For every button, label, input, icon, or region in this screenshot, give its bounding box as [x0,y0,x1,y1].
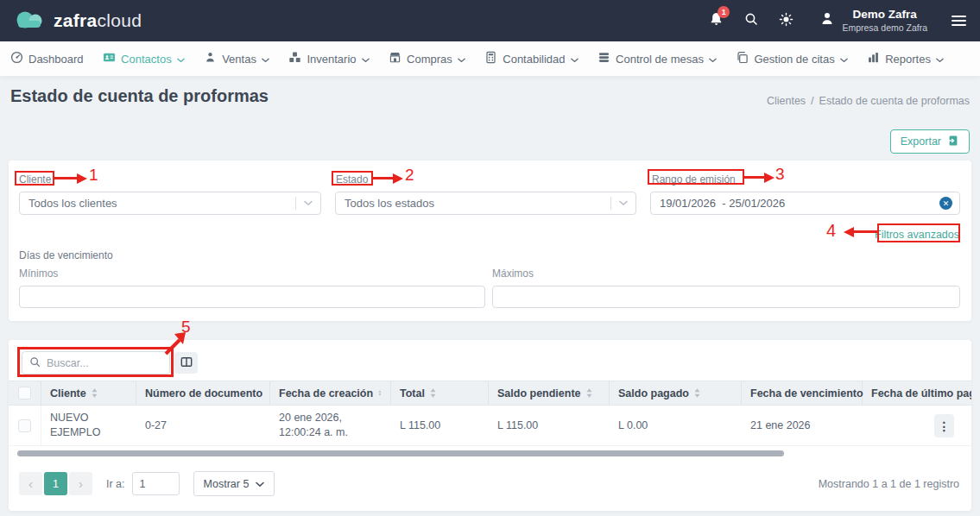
pagination: ‹ 1 › Ir a: Mostrar 5 [19,471,275,496]
row-checkbox[interactable] [18,419,31,432]
topbar: zafracloud 1 [0,0,980,41]
chevron-down-icon [177,53,185,66]
column-header-fecha-ultimo-pago[interactable]: Fecha de último pago [863,381,971,405]
search-icon [29,356,41,371]
nav-item-contabilidad[interactable]: Contabilidad [484,51,578,66]
maximos-input[interactable] [492,286,960,308]
column-toggle-button[interactable] [174,352,198,374]
breadcrumb-separator: / [811,95,813,107]
nav-item-compras[interactable]: Compras [389,51,465,66]
chevron-down-icon [840,53,848,66]
column-header-saldo-pagado[interactable]: Saldo pagado [610,381,742,405]
cell-fecha-creacion: 20 ene 2026, 12:00:24 a. m. [270,406,391,445]
maximos-label: Máximos [492,267,534,280]
sort-icon [378,388,382,398]
column-header-fecha-creacion[interactable]: Fecha de creación [270,381,391,405]
search-icon [744,12,758,29]
rango-emision-filter-label: Rango de emisión [652,173,736,186]
cliente-filter-label: Cliente [19,173,51,186]
nav-item-inventario[interactable]: Inventario [288,51,369,66]
chevron-down-icon [619,200,628,206]
breadcrumb-parent[interactable]: Clientes [767,95,806,107]
main-navigation: Dashboard Contactos Ventas Inventario [0,41,980,77]
user-avatar-icon [819,11,835,30]
date-range-field: ✕ [650,192,960,215]
chevron-down-icon [256,478,264,490]
nav-item-gestion-de-citas[interactable]: Gestion de citas [736,51,847,66]
column-header-total[interactable]: Total [391,381,489,405]
cell-numero-documento: 0-27 [136,406,270,445]
brand-logo[interactable]: zafracloud [14,8,142,34]
column-header-numero-documento[interactable]: Número de documento [136,381,270,405]
chevron-left-icon: ‹ [28,476,33,491]
chevron-down-icon [936,53,944,66]
purchases-icon [389,51,401,66]
prev-page-button[interactable]: ‹ [19,472,42,495]
column-header-fecha-vencimiento[interactable]: Fecha de vencimiento [742,381,863,405]
user-menu[interactable]: Demo Zafra Empresa demo Zafra [819,8,927,34]
chevron-down-icon [709,53,717,66]
select-all-checkbox[interactable] [18,387,31,400]
estado-select[interactable]: Todos los estados [335,192,636,215]
table-search-input[interactable] [47,357,162,369]
advanced-filters-link[interactable]: Filtros avanzados [875,229,959,241]
accounting-icon [484,51,497,66]
dias-vencimiento-label: Días de vencimiento [19,249,113,261]
sort-icon [694,388,700,398]
nav-item-dashboard[interactable]: Dashboard [10,51,84,66]
cloud-logo-icon [14,8,47,34]
next-page-button[interactable]: › [69,472,92,495]
results-panel: Cliente Número de documento Fecha de cre… [9,340,971,511]
row-actions-button[interactable]: ⋮ [934,414,954,437]
minimos-input[interactable] [19,286,485,308]
nav-item-control-de-mesas[interactable]: Control de mesas [597,51,717,66]
goto-page-label: Ir a: [106,478,125,490]
column-header-cliente[interactable]: Cliente [41,381,136,405]
date-range-input[interactable] [660,197,939,210]
nav-item-reportes[interactable]: Reportes [867,51,944,66]
chevron-down-icon [458,53,465,66]
search-button[interactable] [744,12,758,29]
results-summary: Mostrando 1 a 1 de 1 registro [819,478,959,490]
table-row[interactable]: NUEVO EJEMPLO 0-27 20 ene 2026, 12:00:24… [9,406,971,446]
estado-filter-label: Estado [336,173,368,186]
reports-icon [867,51,880,66]
nav-item-contactos[interactable]: Contactos [103,51,185,66]
cell-saldo-pendiente: L 115.00 [489,406,610,445]
appointments-icon [736,51,749,66]
page-number-button[interactable]: 1 [44,472,67,495]
cell-saldo-pagado: L 0.00 [610,406,742,445]
select-all-cell [9,381,41,405]
sales-icon [204,51,217,66]
nav-item-ventas[interactable]: Ventas [204,51,269,66]
chevron-down-icon [304,200,313,206]
brand-name: zafracloud [54,10,142,31]
notifications-button[interactable]: 1 [709,11,724,30]
minimos-label: Mínimos [19,267,58,280]
app-page: zafracloud 1 [0,0,980,516]
chevron-down-icon [362,53,370,66]
horizontal-scrollbar[interactable] [17,450,784,456]
table-search-field [22,351,170,374]
table-header-row: Cliente Número de documento Fecha de cre… [9,381,971,406]
cell-cliente: NUEVO EJEMPLO [41,406,136,445]
sort-icon [430,388,436,398]
page-title: Estado de cuenta de proformas [10,86,269,106]
breadcrumb: Clientes / Estado de cuenta de proformas [767,95,970,107]
cliente-select[interactable]: Todos los clientes [19,192,321,215]
goto-page-input[interactable] [132,472,180,495]
theme-toggle-button[interactable] [779,12,793,30]
tables-icon [597,51,610,66]
export-button[interactable]: Exportar [890,129,970,154]
sort-icon [586,388,592,398]
sun-icon [779,12,793,30]
page-size-select[interactable]: Mostrar 5 [193,471,275,496]
breadcrumb-current: Estado de cuenta de proformas [819,95,970,107]
clear-date-icon[interactable]: ✕ [939,197,952,210]
notification-badge: 1 [718,6,730,18]
cell-total: L 115.00 [391,406,489,445]
hamburger-menu-icon[interactable] [952,16,966,26]
cell-fecha-vencimiento: 21 ene 2026 [742,406,863,445]
column-header-saldo-pendiente[interactable]: Saldo pendiente [489,381,610,405]
chevron-down-icon [571,53,579,66]
